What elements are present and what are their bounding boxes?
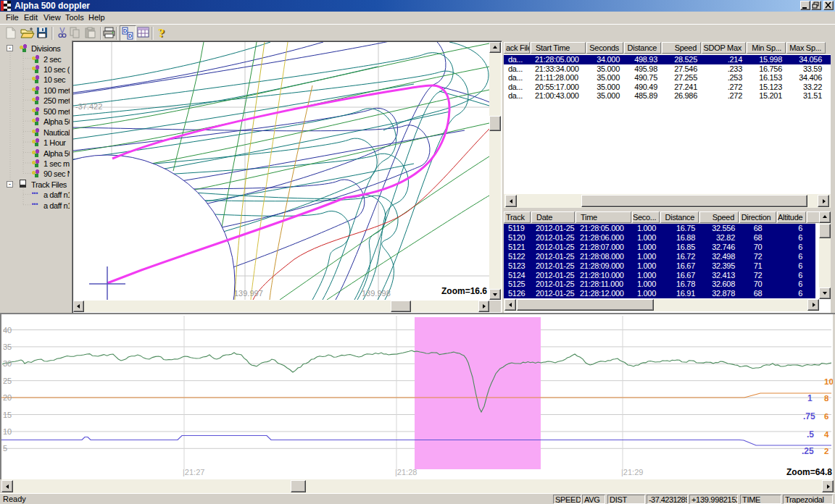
svg-text:5: 5 xyxy=(3,444,7,453)
svg-text:10: 10 xyxy=(824,377,834,386)
svg-text:4: 4 xyxy=(824,430,829,439)
svg-text:Zoom=64.8: Zoom=64.8 xyxy=(786,467,832,477)
svg-text:8: 8 xyxy=(824,394,829,403)
svg-text:|21:27: |21:27 xyxy=(183,468,204,476)
svg-text:35: 35 xyxy=(3,343,12,351)
svg-text:D: D xyxy=(128,33,132,38)
svg-text:25: 25 xyxy=(3,377,12,385)
svg-text:139.998: 139.998 xyxy=(362,289,391,298)
svg-text:40: 40 xyxy=(3,326,12,335)
svg-text:2: 2 xyxy=(824,447,828,455)
svg-text:15: 15 xyxy=(3,411,12,419)
svg-text:30: 30 xyxy=(3,359,12,368)
svg-text:1: 1 xyxy=(807,393,813,403)
svg-text:D: D xyxy=(123,28,127,33)
svg-text:10: 10 xyxy=(3,427,12,436)
svg-text:6: 6 xyxy=(824,412,828,421)
svg-text:-37.422: -37.422 xyxy=(75,102,102,111)
svg-text:?: ? xyxy=(158,26,165,40)
svg-text:.25: .25 xyxy=(802,446,814,456)
svg-text:139.997: 139.997 xyxy=(234,289,263,298)
svg-text:|21:29: |21:29 xyxy=(621,468,643,476)
svg-text:.75: .75 xyxy=(803,411,815,421)
svg-text:Zoom=16.6: Zoom=16.6 xyxy=(441,286,487,296)
svg-text:.5: .5 xyxy=(807,429,814,440)
svg-text:20: 20 xyxy=(3,393,12,402)
svg-text:|21:28: |21:28 xyxy=(395,468,417,476)
